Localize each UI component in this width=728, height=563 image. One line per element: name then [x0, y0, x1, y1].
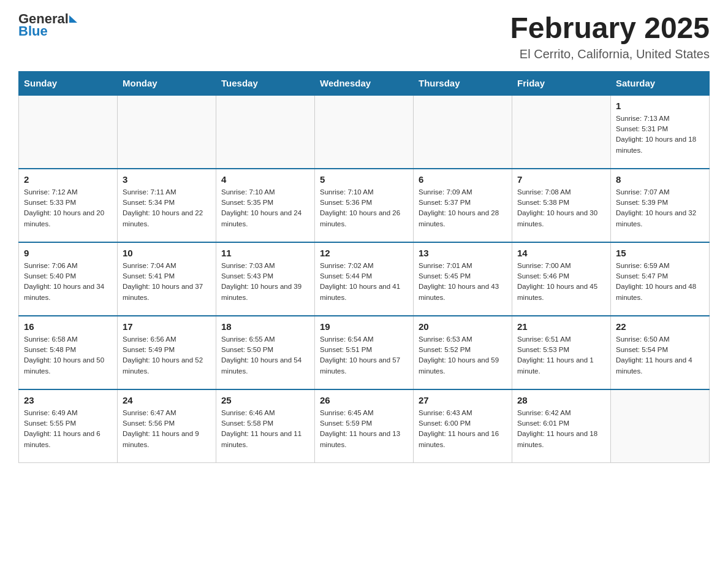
day-info: Sunrise: 6:55 AMSunset: 5:50 PMDaylight:… [221, 334, 309, 377]
day-info: Sunrise: 6:51 AMSunset: 5:53 PMDaylight:… [517, 334, 605, 377]
day-number: 9 [24, 248, 112, 258]
calendar-cell [512, 95, 611, 169]
page-header: General Blue February 2025 El Cerrito, C… [18, 12, 710, 61]
day-number: 25 [221, 395, 309, 405]
calendar-cell: 23Sunrise: 6:49 AMSunset: 5:55 PMDayligh… [19, 389, 118, 463]
logo-triangle-icon [69, 15, 77, 23]
day-info: Sunrise: 7:10 AMSunset: 5:36 PMDaylight:… [320, 187, 408, 229]
title-area: February 2025 El Cerrito, California, Un… [510, 12, 710, 61]
day-number: 20 [419, 321, 507, 332]
calendar-cell: 28Sunrise: 6:42 AMSunset: 6:01 PMDayligh… [512, 389, 611, 463]
calendar-cell: 21Sunrise: 6:51 AMSunset: 5:53 PMDayligh… [512, 316, 611, 389]
day-info: Sunrise: 6:47 AMSunset: 5:56 PMDaylight:… [123, 408, 211, 450]
calendar-week-5: 23Sunrise: 6:49 AMSunset: 5:55 PMDayligh… [19, 389, 710, 463]
calendar-cell: 14Sunrise: 7:00 AMSunset: 5:46 PMDayligh… [512, 242, 611, 316]
calendar-cell: 6Sunrise: 7:09 AMSunset: 5:37 PMDaylight… [414, 169, 512, 242]
day-number: 7 [517, 174, 605, 185]
day-number: 14 [517, 248, 605, 258]
calendar-cell: 26Sunrise: 6:45 AMSunset: 5:59 PMDayligh… [315, 389, 414, 463]
day-info: Sunrise: 6:43 AMSunset: 6:00 PMDaylight:… [419, 408, 507, 450]
calendar-cell: 15Sunrise: 6:59 AMSunset: 5:47 PMDayligh… [611, 242, 710, 316]
day-info: Sunrise: 7:09 AMSunset: 5:37 PMDaylight:… [419, 187, 507, 229]
day-number: 15 [616, 248, 704, 258]
day-info: Sunrise: 7:12 AMSunset: 5:33 PMDaylight:… [24, 187, 112, 229]
day-number: 22 [616, 321, 704, 332]
day-info: Sunrise: 6:46 AMSunset: 5:58 PMDaylight:… [221, 408, 309, 450]
weekday-header-sunday: Sunday [19, 71, 118, 95]
weekday-header-monday: Monday [118, 71, 216, 95]
calendar-cell: 18Sunrise: 6:55 AMSunset: 5:50 PMDayligh… [216, 316, 315, 389]
day-info: Sunrise: 7:03 AMSunset: 5:43 PMDaylight:… [221, 261, 309, 303]
day-number: 5 [320, 174, 408, 185]
calendar-week-2: 2Sunrise: 7:12 AMSunset: 5:33 PMDaylight… [19, 169, 710, 242]
day-info: Sunrise: 7:00 AMSunset: 5:46 PMDaylight:… [517, 261, 605, 303]
weekday-row: SundayMondayTuesdayWednesdayThursdayFrid… [19, 71, 710, 95]
day-number: 18 [221, 321, 309, 332]
calendar-week-3: 9Sunrise: 7:06 AMSunset: 5:40 PMDaylight… [19, 242, 710, 316]
day-info: Sunrise: 6:59 AMSunset: 5:47 PMDaylight:… [616, 261, 704, 303]
day-number: 23 [24, 395, 112, 405]
day-info: Sunrise: 7:06 AMSunset: 5:40 PMDaylight:… [24, 261, 112, 303]
calendar-cell: 24Sunrise: 6:47 AMSunset: 5:56 PMDayligh… [118, 389, 216, 463]
calendar-cell: 8Sunrise: 7:07 AMSunset: 5:39 PMDaylight… [611, 169, 710, 242]
day-info: Sunrise: 7:01 AMSunset: 5:45 PMDaylight:… [419, 261, 507, 303]
day-info: Sunrise: 6:45 AMSunset: 5:59 PMDaylight:… [320, 408, 408, 450]
calendar-cell: 7Sunrise: 7:08 AMSunset: 5:38 PMDaylight… [512, 169, 611, 242]
day-number: 19 [320, 321, 408, 332]
day-info: Sunrise: 7:02 AMSunset: 5:44 PMDaylight:… [320, 261, 408, 303]
calendar-cell: 2Sunrise: 7:12 AMSunset: 5:33 PMDaylight… [19, 169, 118, 242]
day-info: Sunrise: 6:56 AMSunset: 5:49 PMDaylight:… [123, 334, 211, 377]
calendar-cell: 25Sunrise: 6:46 AMSunset: 5:58 PMDayligh… [216, 389, 315, 463]
day-number: 6 [419, 174, 507, 185]
day-number: 16 [24, 321, 112, 332]
weekday-header-friday: Friday [512, 71, 611, 95]
day-info: Sunrise: 7:11 AMSunset: 5:34 PMDaylight:… [123, 187, 211, 229]
calendar-cell [315, 95, 414, 169]
calendar-cell: 22Sunrise: 6:50 AMSunset: 5:54 PMDayligh… [611, 316, 710, 389]
day-number: 24 [123, 395, 211, 405]
day-number: 21 [517, 321, 605, 332]
weekday-header-saturday: Saturday [611, 71, 710, 95]
logo-blue: Blue [18, 25, 77, 38]
day-number: 1 [616, 101, 704, 111]
day-info: Sunrise: 7:04 AMSunset: 5:41 PMDaylight:… [123, 261, 211, 303]
day-info: Sunrise: 6:49 AMSunset: 5:55 PMDaylight:… [24, 408, 112, 450]
day-number: 4 [221, 174, 309, 185]
day-number: 27 [419, 395, 507, 405]
weekday-header-tuesday: Tuesday [216, 71, 315, 95]
calendar-cell: 1Sunrise: 7:13 AMSunset: 5:31 PMDaylight… [611, 95, 710, 169]
calendar-week-4: 16Sunrise: 6:58 AMSunset: 5:48 PMDayligh… [19, 316, 710, 389]
calendar-cell [611, 389, 710, 463]
calendar-cell: 17Sunrise: 6:56 AMSunset: 5:49 PMDayligh… [118, 316, 216, 389]
day-info: Sunrise: 6:50 AMSunset: 5:54 PMDaylight:… [616, 334, 704, 377]
weekday-header-thursday: Thursday [414, 71, 512, 95]
calendar-cell: 12Sunrise: 7:02 AMSunset: 5:44 PMDayligh… [315, 242, 414, 316]
page-subtitle: El Cerrito, California, United States [510, 47, 710, 61]
calendar-cell: 5Sunrise: 7:10 AMSunset: 5:36 PMDaylight… [315, 169, 414, 242]
day-number: 10 [123, 248, 211, 258]
calendar-cell [19, 95, 118, 169]
logo: General Blue [18, 12, 77, 38]
calendar-cell: 16Sunrise: 6:58 AMSunset: 5:48 PMDayligh… [19, 316, 118, 389]
day-info: Sunrise: 6:54 AMSunset: 5:51 PMDaylight:… [320, 334, 408, 377]
page-title: February 2025 [510, 12, 710, 45]
day-info: Sunrise: 7:08 AMSunset: 5:38 PMDaylight:… [517, 187, 605, 229]
day-number: 12 [320, 248, 408, 258]
day-info: Sunrise: 6:53 AMSunset: 5:52 PMDaylight:… [419, 334, 507, 377]
calendar-cell: 10Sunrise: 7:04 AMSunset: 5:41 PMDayligh… [118, 242, 216, 316]
day-info: Sunrise: 7:13 AMSunset: 5:31 PMDaylight:… [616, 113, 704, 156]
calendar-week-1: 1Sunrise: 7:13 AMSunset: 5:31 PMDaylight… [19, 95, 710, 169]
day-number: 3 [123, 174, 211, 185]
calendar-cell: 4Sunrise: 7:10 AMSunset: 5:35 PMDaylight… [216, 169, 315, 242]
calendar-cell: 9Sunrise: 7:06 AMSunset: 5:40 PMDaylight… [19, 242, 118, 316]
calendar-cell: 11Sunrise: 7:03 AMSunset: 5:43 PMDayligh… [216, 242, 315, 316]
weekday-header-wednesday: Wednesday [315, 71, 414, 95]
calendar-cell: 13Sunrise: 7:01 AMSunset: 5:45 PMDayligh… [414, 242, 512, 316]
day-number: 2 [24, 174, 112, 185]
calendar-table: SundayMondayTuesdayWednesdayThursdayFrid… [18, 71, 710, 464]
calendar-cell: 3Sunrise: 7:11 AMSunset: 5:34 PMDaylight… [118, 169, 216, 242]
calendar-cell [414, 95, 512, 169]
calendar-cell: 19Sunrise: 6:54 AMSunset: 5:51 PMDayligh… [315, 316, 414, 389]
day-number: 8 [616, 174, 704, 185]
calendar-cell: 27Sunrise: 6:43 AMSunset: 6:00 PMDayligh… [414, 389, 512, 463]
